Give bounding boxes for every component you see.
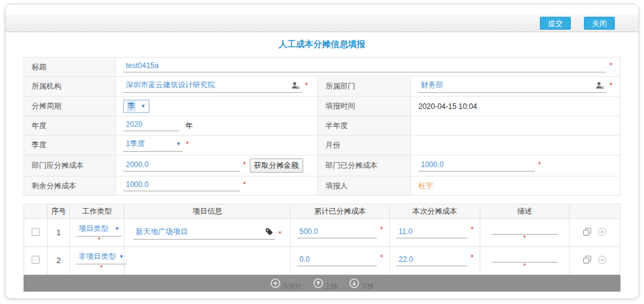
copy-row-icon[interactable] <box>583 255 592 264</box>
required-mark: * <box>380 225 383 234</box>
select-user-icon[interactable] <box>596 81 604 90</box>
reporter-label: 填报人 <box>318 176 411 196</box>
work-type-value: 非项目类型 <box>79 251 116 262</box>
allocation-cycle-label: 分摊周期 <box>24 97 116 116</box>
department-input[interactable]: 财务部 <box>418 80 606 93</box>
dept-allocated-cost-label: 部门已分摊成本 <box>318 155 411 176</box>
move-up-label: 上移 <box>324 282 338 291</box>
work-type-value: 项目类型 <box>79 224 108 234</box>
form-row-costs: 部门应分摊成本 2000.0 * 获取分摊金额 部门已分摊成本 1000.0 <box>24 155 620 176</box>
cumulative-cost-input[interactable]: 0.0 <box>297 255 377 266</box>
project-info-input[interactable]: 新天地广场项目 <box>133 227 275 240</box>
chevron-down-icon: ▼ <box>119 254 124 259</box>
move-down-button[interactable]: 下移 <box>349 278 374 289</box>
delete-row-icon[interactable] <box>598 255 607 264</box>
form-row-remaining-reporter: 剩余分摊成本 1000.0 * 填报人 杜宇 <box>24 176 620 196</box>
description-input[interactable] <box>492 225 558 235</box>
dept-allocated-cost-value: 1000.0 <box>421 160 444 169</box>
move-down-label: 下移 <box>360 282 374 291</box>
close-button[interactable]: 关闭 <box>584 17 615 30</box>
cumulative-cost-value: 0.0 <box>299 255 310 264</box>
copy-row-icon[interactable] <box>583 227 592 237</box>
year-input[interactable]: 2020 <box>123 120 179 131</box>
top-toolbar: 提交 关闭 <box>6 14 638 32</box>
allocation-cycle-value: 季 <box>127 101 136 111</box>
work-type-column-header: 工作类型 <box>70 204 125 219</box>
title-label: 标题 <box>24 58 116 77</box>
work-type-select[interactable]: 非项目类型 ▼ <box>76 251 126 264</box>
quarter-label: 季度 <box>24 136 116 155</box>
submit-button[interactable]: 提交 <box>540 17 571 30</box>
remaining-cost-input[interactable]: 1000.0 <box>123 180 240 191</box>
current-cost-value: 22.0 <box>399 255 413 264</box>
remaining-cost-label: 剩余分摊成本 <box>24 176 116 196</box>
required-mark: * <box>609 61 612 70</box>
project-info-value: 新天地广场项目 <box>136 227 265 237</box>
allocation-cycle-select[interactable]: 季 ▼ <box>123 100 149 113</box>
page-title: 人工成本分摊信息填报 <box>6 32 638 55</box>
required-mark: * <box>470 225 474 234</box>
current-cost-value: 11.0 <box>399 227 412 236</box>
title-input[interactable]: test0415a <box>123 61 606 72</box>
row-number: 2 <box>56 256 61 265</box>
form-row-quarter-month: 季度 1季度 ▼ * 月份 <box>24 136 620 155</box>
required-mark: * <box>243 180 246 189</box>
required-mark: * <box>609 81 612 90</box>
dept-allocated-cost-input[interactable]: 1000.0 <box>418 160 535 172</box>
required-mark: * <box>186 140 189 149</box>
required-mark: * <box>98 238 100 242</box>
current-cost-column-header: 本次分摊成本 <box>390 204 480 219</box>
form-content: 标题 test0415a * 所属机构 深圳市蓝云建筑设计研究院 <box>6 57 638 292</box>
title-value: test0415a <box>126 61 159 70</box>
row-checkbox[interactable] <box>32 256 40 264</box>
required-mark: * <box>100 266 102 270</box>
allocation-grid: 序号 工作类型 项目信息 累计已分摊成本 本次分摊成本 描述 1 项目类型 ▼ <box>24 204 620 275</box>
required-mark: * <box>487 264 563 268</box>
select-user-icon[interactable] <box>291 81 300 90</box>
quarter-value: 1季度 <box>126 139 170 149</box>
delete-row-icon[interactable] <box>598 227 607 237</box>
project-info-column-header: 项目信息 <box>125 204 291 219</box>
form-table: 标题 test0415a * 所属机构 深圳市蓝云建筑设计研究院 <box>24 57 620 196</box>
required-mark: * <box>243 160 246 169</box>
cumulative-cost-column-header: 累计已分摊成本 <box>291 204 390 219</box>
table-row: 2 非项目类型 ▼ * 0.0 <box>24 247 620 275</box>
year-value: 2020 <box>126 120 143 129</box>
description-input[interactable] <box>492 253 558 263</box>
add-row-label: 添加行 <box>281 282 302 291</box>
checkbox-column-header <box>24 204 48 219</box>
required-mark: * <box>305 81 308 90</box>
work-type-select[interactable]: 项目类型 ▼ <box>76 224 122 237</box>
table-row: 1 项目类型 ▼ * 新天地广场项目 <box>24 219 620 247</box>
get-allocation-amount-button[interactable]: 获取分摊金额 <box>250 159 303 173</box>
year-unit: 年 <box>185 121 193 131</box>
quarter-select[interactable]: 1季度 ▼ <box>123 139 183 152</box>
required-mark: * <box>278 230 281 238</box>
required-mark: * <box>470 253 474 262</box>
department-value: 财务部 <box>421 80 596 90</box>
form-row-org-dept: 所属机构 深圳市蓝云建筑设计研究院 * 所属部门 <box>24 77 620 97</box>
dialog-card: 提交 关闭 人工成本分摊信息填报 标题 test0415a * 所属机构 <box>5 4 639 299</box>
move-up-button[interactable]: 上移 <box>313 278 338 289</box>
fill-time-label: 填报时间 <box>318 97 411 116</box>
dept-due-cost-label: 部门应分摊成本 <box>24 155 116 176</box>
current-cost-input[interactable]: 22.0 <box>396 255 467 266</box>
year-label: 年度 <box>24 116 116 136</box>
grid-header-row: 序号 工作类型 项目信息 累计已分摊成本 本次分摊成本 描述 <box>24 204 620 219</box>
row-number: 1 <box>56 228 61 237</box>
cumulative-cost-value: 500.0 <box>299 227 318 236</box>
tag-icon[interactable] <box>265 228 273 236</box>
form-row-title: 标题 test0415a * <box>24 58 620 77</box>
dept-due-cost-input[interactable]: 2000.0 <box>123 160 240 172</box>
cumulative-cost-input[interactable]: 500.0 <box>297 227 377 238</box>
remaining-cost-value: 1000.0 <box>126 180 149 189</box>
reporter-value: 杜宇 <box>418 181 433 190</box>
current-cost-input[interactable]: 11.0 <box>396 227 467 238</box>
actions-column-header <box>570 204 620 219</box>
row-checkbox[interactable] <box>32 228 40 236</box>
chevron-down-icon: ▼ <box>115 226 120 232</box>
chevron-down-icon: ▼ <box>176 141 181 147</box>
organization-value: 深圳市蓝云建筑设计研究院 <box>126 80 291 90</box>
add-row-button[interactable]: 添加行 <box>270 278 302 289</box>
organization-input[interactable]: 深圳市蓝云建筑设计研究院 <box>123 80 302 93</box>
